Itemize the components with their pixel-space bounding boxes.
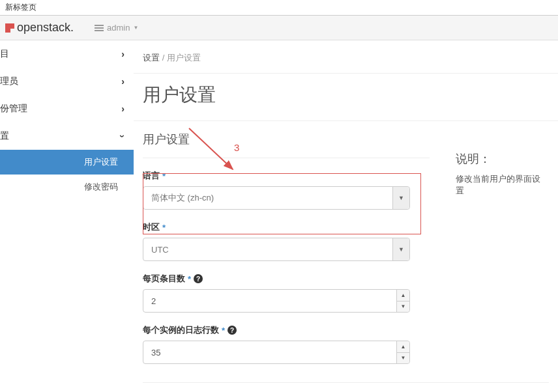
required-star-icon: *: [162, 223, 166, 232]
breadcrumb-current: 用户设置: [167, 53, 201, 63]
chevron-right-icon: ›: [121, 76, 125, 87]
form-panel: 用户设置 语言 * 简体中文 (zh-cn) ▼ 时区: [143, 126, 430, 364]
page-size-input[interactable]: 2 ▲ ▼: [143, 289, 410, 313]
description-text: 修改当前用户的界面设置: [456, 173, 549, 197]
help-icon[interactable]: ?: [194, 274, 203, 283]
log-lines-input[interactable]: 35 ▲ ▼: [143, 341, 410, 364]
breadcrumb-sep: /: [162, 53, 165, 63]
sidebar: 目 › 理员 › 份管理 › 置 › 用户设置 修改密码: [0, 40, 134, 383]
sidebar-item-label: 理员: [0, 76, 18, 87]
form-group-language: 语言 * 简体中文 (zh-cn) ▼: [143, 170, 430, 210]
project-selector[interactable]: admin ▼: [95, 23, 138, 33]
brand-text: openstack.: [17, 21, 74, 35]
spinner-box: ▲ ▼: [396, 290, 409, 312]
sidebar-subitem-label: 用户设置: [84, 157, 118, 167]
sidebar-item-identity[interactable]: 份管理 ›: [0, 95, 134, 122]
form-group-timezone: 时区 * UTC ▼: [143, 221, 430, 261]
content-bottom-border: [143, 382, 549, 383]
sidebar-subitem-user-settings[interactable]: 用户设置: [0, 150, 134, 175]
sidebar-item-label: 置: [0, 130, 9, 142]
label-text: 时区: [143, 221, 160, 233]
topbar: openstack. admin ▼: [0, 16, 558, 40]
annotation-number: 3: [234, 142, 239, 153]
caret-down-icon: ▼: [398, 246, 404, 253]
form-group-page-size: 每页条目数 * ? 2 ▲ ▼: [143, 273, 430, 313]
form-group-log-lines: 每个实例的日志行数 * ? 35 ▲ ▼: [143, 324, 430, 364]
form-label-page-size: 每页条目数 * ?: [143, 273, 430, 285]
sidebar-item-label: 目: [0, 48, 9, 60]
sidebar-item-admin[interactable]: 理员 ›: [0, 68, 134, 95]
chevron-right-icon: ›: [121, 104, 125, 114]
sidebar-item-settings[interactable]: 置 ›: [0, 122, 134, 150]
spinner-down-button[interactable]: ▼: [397, 301, 409, 313]
required-star-icon: *: [162, 171, 166, 181]
input-value: 2: [151, 296, 156, 306]
select-value: 简体中文 (zh-cn): [151, 192, 214, 204]
spinner-up-button[interactable]: ▲: [397, 290, 409, 301]
sidebar-subitem-label: 修改密码: [84, 182, 118, 191]
breadcrumb: 设置 / 用户设置: [134, 48, 558, 74]
project-label: admin: [107, 23, 130, 33]
timezone-select[interactable]: UTC ▼: [143, 238, 410, 261]
page-title: 用户设置: [134, 74, 558, 121]
form-label-language: 语言 *: [143, 170, 430, 182]
chevron-right-icon: ›: [121, 49, 125, 59]
language-select[interactable]: 简体中文 (zh-cn) ▼: [143, 186, 410, 210]
spinner-up-button[interactable]: ▲: [397, 341, 409, 353]
sidebar-subitem-change-password[interactable]: 修改密码: [0, 175, 134, 199]
menu-icon: [95, 27, 104, 29]
main-content: 设置 / 用户设置 用户设置 用户设置 语言 * 简体中文 (zh-cn) ▼: [134, 40, 558, 383]
spinner-down-button[interactable]: ▼: [397, 353, 409, 364]
brand-logo[interactable]: openstack.: [5, 21, 74, 35]
select-caret-box: ▼: [392, 187, 409, 209]
form-label-log-lines: 每个实例的日志行数 * ?: [143, 324, 430, 336]
spinner-box: ▲ ▼: [396, 341, 409, 363]
label-text: 每个实例的日志行数: [143, 324, 219, 336]
breadcrumb-first[interactable]: 设置: [143, 53, 160, 63]
required-star-icon: *: [188, 274, 191, 284]
description-title: 说明：: [456, 151, 549, 167]
select-value: UTC: [151, 245, 169, 255]
required-star-icon: *: [222, 326, 225, 335]
sidebar-item-project[interactable]: 目 ›: [0, 40, 134, 68]
label-text: 语言: [143, 170, 160, 182]
label-text: 每页条目数: [143, 273, 185, 285]
browser-tab: 新标签页: [0, 0, 558, 16]
help-icon[interactable]: ?: [228, 326, 237, 335]
select-caret-box: ▼: [392, 238, 409, 260]
caret-down-icon: ▼: [398, 195, 404, 201]
input-value: 35: [151, 348, 160, 357]
form-label-timezone: 时区 *: [143, 221, 430, 233]
openstack-logo-icon: [5, 23, 14, 33]
caret-down-icon: ▼: [133, 25, 138, 31]
sidebar-item-label: 份管理: [0, 103, 27, 115]
panel-title: 用户设置: [143, 126, 430, 158]
browser-tab-title: 新标签页: [5, 3, 37, 12]
description-panel: 说明： 修改当前用户的界面设置: [430, 126, 549, 364]
chevron-down-icon: ›: [118, 135, 128, 138]
